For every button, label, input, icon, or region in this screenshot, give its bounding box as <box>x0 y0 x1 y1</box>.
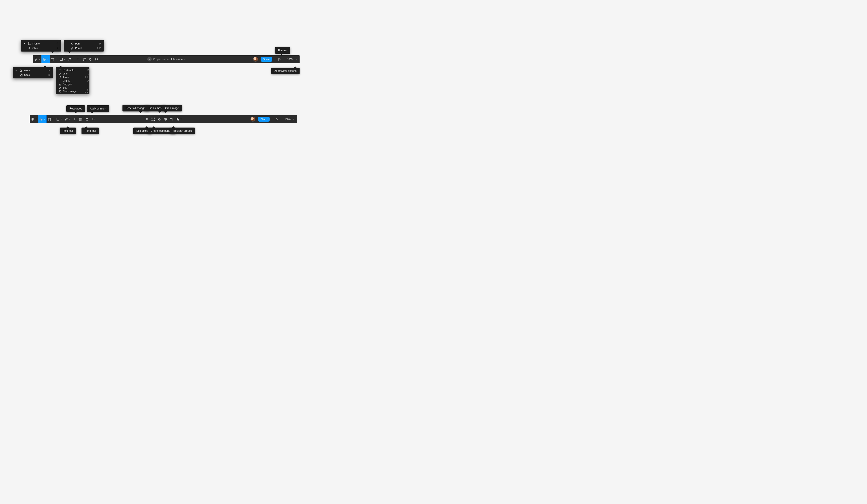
tooltip-resources: Resources <box>66 105 85 112</box>
mask-icon <box>164 117 167 121</box>
boolean-groups-button[interactable] <box>175 115 183 123</box>
zoom-view-button[interactable]: 100% <box>285 55 300 63</box>
rectangle-icon <box>60 57 63 61</box>
chevron-down-icon <box>47 59 49 60</box>
menu-item-move[interactable]: ✓ Move V <box>13 68 53 73</box>
menu-item-shortcut: O <box>84 79 89 82</box>
tooltip-label: Boolean groups <box>173 129 192 132</box>
chevron-down-icon <box>39 59 40 60</box>
chevron-down-icon <box>55 59 57 60</box>
tooltip-crop-image: Crop image <box>162 105 182 111</box>
menu-item-label: Line <box>63 72 81 75</box>
tooltip-label: Hand tool <box>85 129 96 132</box>
shape-tool-button[interactable] <box>55 115 63 123</box>
resources-button[interactable] <box>81 55 87 63</box>
user-avatar[interactable] <box>250 117 255 121</box>
chevron-down-icon <box>293 119 294 120</box>
pen-icon <box>70 42 73 45</box>
reset-icon <box>145 117 149 121</box>
chevron-down-icon <box>52 119 54 120</box>
present-button[interactable] <box>274 115 280 123</box>
comment-tool-button[interactable] <box>93 55 99 63</box>
pen-tool-button[interactable] <box>66 55 75 63</box>
menu-item-label: Pencil <box>75 47 82 49</box>
share-button[interactable]: Share <box>260 57 272 62</box>
tooltip-label: Create component <box>151 129 172 132</box>
hand-icon <box>85 117 89 121</box>
menu-item-ellipse[interactable]: Ellipse O <box>56 79 89 82</box>
file-name: File name <box>171 58 183 61</box>
frame-tool-button[interactable] <box>46 115 55 123</box>
check-icon: ✓ <box>23 42 26 45</box>
create-component-button[interactable] <box>156 115 162 123</box>
project-name: Project name <box>153 58 169 61</box>
menu-item-pencil[interactable]: Pencil ⇧ P <box>64 46 104 50</box>
contextual-actions <box>144 115 183 123</box>
menu-item-polygon[interactable]: Polygon <box>56 82 89 86</box>
slice-icon <box>28 46 31 50</box>
user-avatar[interactable] <box>253 57 258 62</box>
resources-icon <box>82 57 86 61</box>
line-icon <box>58 72 61 75</box>
crop-image-button[interactable] <box>169 115 175 123</box>
figma-icon <box>34 57 38 61</box>
tooltip-zoom-view: Zoom/view options <box>271 68 300 74</box>
menu-item-label: Place image… <box>63 90 81 93</box>
menu-item-line[interactable]: Line L <box>56 72 89 75</box>
frame-tool-button[interactable] <box>50 55 58 63</box>
hand-tool-button[interactable] <box>84 115 90 123</box>
edit-object-button[interactable] <box>150 115 156 123</box>
zoom-value: 100% <box>287 58 293 61</box>
menu-item-scale[interactable]: Scale K <box>13 73 53 77</box>
chevron-down-icon <box>64 59 65 60</box>
rectangle-icon <box>56 117 60 121</box>
frame-icon <box>48 117 51 121</box>
menu-item-label: Rectangle <box>63 69 81 71</box>
text-tool-button[interactable] <box>75 55 81 63</box>
scale-icon <box>19 73 22 76</box>
menu-item-frame[interactable]: ✓ Frame F <box>21 41 61 46</box>
comment-tool-button[interactable] <box>90 115 96 123</box>
use-as-mask-button[interactable] <box>162 115 169 123</box>
pen-tool-button[interactable] <box>63 115 72 123</box>
menu-item-label: Move <box>24 69 30 72</box>
main-menu-button[interactable] <box>33 55 41 63</box>
menu-item-rectangle[interactable]: Rectangle R <box>56 68 89 72</box>
zoom-view-button[interactable]: 100% <box>282 115 297 123</box>
menu-item-pen[interactable]: Pen P <box>64 41 104 46</box>
menu-item-shortcut: ⇧ L <box>84 76 89 79</box>
arrow-icon <box>58 76 61 78</box>
tooltip-present: Present <box>275 47 290 54</box>
move-tool-button[interactable] <box>41 55 50 63</box>
pencil-icon <box>70 46 73 50</box>
chevron-down-icon <box>35 119 37 120</box>
menu-item-label: Arrow <box>63 76 81 78</box>
hand-tool-button[interactable] <box>87 55 93 63</box>
resources-button[interactable] <box>78 115 84 123</box>
menu-item-slice[interactable]: Slice S <box>21 46 61 50</box>
tooltip-label: Reset all changes <box>126 107 147 110</box>
menu-item-label: Pen <box>75 42 79 45</box>
text-tool-button[interactable] <box>72 115 78 123</box>
team-avatar-icon: ✦ <box>147 57 152 62</box>
menu-item-label: Frame <box>32 42 40 45</box>
tooltip-label: Crop image <box>165 107 179 110</box>
comment-icon <box>95 57 98 61</box>
menu-item-arrow[interactable]: Arrow ⇧ L <box>56 75 89 79</box>
reset-changes-button[interactable] <box>144 115 150 123</box>
play-icon <box>275 117 278 121</box>
frame-icon <box>28 42 31 45</box>
share-button[interactable]: Share <box>258 117 270 121</box>
comment-icon <box>92 117 95 121</box>
breadcrumb[interactable]: ✦ Project name / File name <box>147 55 185 63</box>
menu-item-place-image[interactable]: Place image… ⇧ ⌘ K <box>56 89 89 93</box>
main-menu-button[interactable] <box>30 115 38 123</box>
move-tool-button[interactable] <box>38 115 46 123</box>
image-icon <box>58 90 61 93</box>
boolean-icon <box>176 117 180 121</box>
tooltip-label: Text tool <box>63 129 73 132</box>
present-button[interactable] <box>276 55 282 63</box>
shape-tool-button[interactable] <box>58 55 66 63</box>
component-icon <box>158 117 161 121</box>
rectangle-icon <box>58 69 61 71</box>
